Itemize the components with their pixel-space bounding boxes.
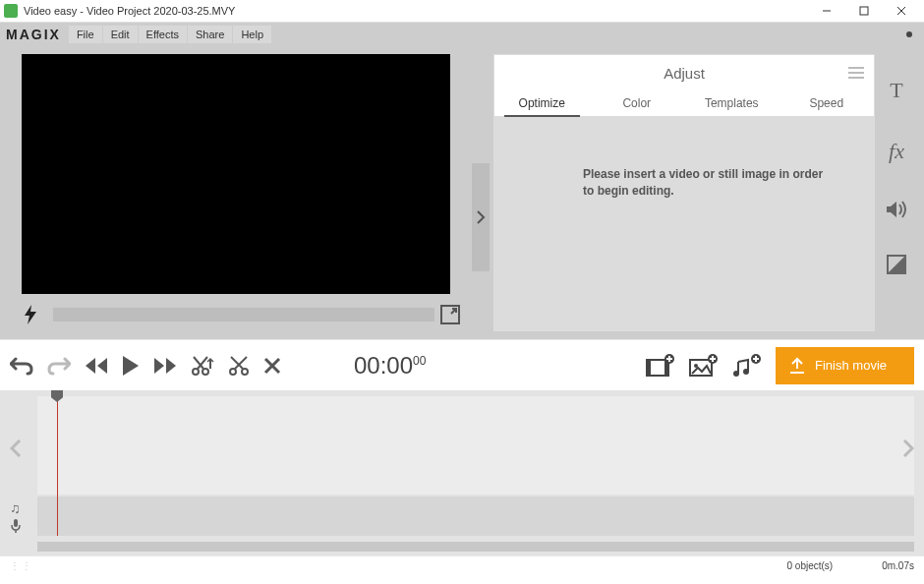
svg-point-9 — [193, 369, 199, 375]
audio-tool-icon[interactable] — [886, 200, 907, 219]
preview-column — [0, 46, 472, 339]
play-button[interactable] — [122, 355, 140, 377]
right-toolbar: T fx — [875, 54, 918, 331]
forward-button[interactable] — [153, 357, 177, 375]
tab-speed[interactable]: Speed — [780, 90, 875, 116]
flash-icon[interactable] — [22, 304, 47, 325]
svg-point-15 — [242, 369, 248, 375]
window-titlebar: Video easy - Video Project 2020-03-25.MV… — [0, 0, 924, 23]
adjust-message: Please insert a video or still image in … — [494, 117, 874, 330]
undo-button[interactable] — [10, 356, 33, 376]
svg-rect-1 — [860, 7, 868, 15]
add-audio-button[interactable] — [732, 354, 762, 378]
status-bar: ⋮⋮ 0 object(s) 0m.07s — [0, 555, 924, 575]
add-video-button[interactable] — [646, 354, 675, 378]
close-button[interactable] — [883, 0, 920, 22]
brand-logo: MAGIX — [6, 27, 61, 42]
adjust-panel: Adjust Optimize Color Templates Speed Pl… — [493, 54, 875, 331]
svg-point-31 — [733, 371, 739, 377]
panel-menu-icon[interactable] — [848, 67, 864, 79]
cut-button[interactable] — [228, 355, 250, 377]
tab-color[interactable]: Color — [590, 90, 685, 116]
maximize-button[interactable] — [845, 0, 883, 22]
status-objects: 0 object(s) — [787, 560, 834, 571]
timecode-display: 00:0000 — [354, 352, 426, 380]
add-image-button[interactable] — [689, 354, 719, 378]
menu-edit[interactable]: Edit — [103, 26, 138, 43]
tab-templates[interactable]: Templates — [684, 90, 780, 116]
finish-movie-button[interactable]: Finish movie — [776, 347, 914, 384]
resize-grip-icon: ⋮⋮ — [10, 560, 33, 571]
window-title: Video easy - Video Project 2020-03-25.MV… — [24, 5, 808, 17]
video-preview[interactable] — [22, 54, 450, 294]
status-duration: 0m.07s — [882, 560, 914, 571]
svg-point-32 — [743, 369, 749, 375]
upper-panel: Adjust Optimize Color Templates Speed Pl… — [0, 46, 924, 339]
minimize-button[interactable] — [808, 0, 845, 22]
menu-share[interactable]: Share — [188, 26, 232, 43]
transport-toolbar: 00:0000 Finish movie — [0, 339, 924, 390]
timeline-next-icon[interactable] — [902, 439, 914, 457]
upload-icon — [789, 357, 805, 375]
delete-button[interactable] — [263, 357, 281, 375]
tab-optimize[interactable]: Optimize — [494, 90, 590, 116]
redo-button[interactable] — [47, 356, 71, 376]
svg-point-14 — [230, 369, 236, 375]
timeline-prev-icon[interactable] — [10, 439, 22, 457]
rewind-button[interactable] — [85, 357, 108, 375]
video-track[interactable] — [37, 396, 914, 495]
music-track-icon[interactable]: ♫ — [10, 500, 21, 516]
app-icon — [4, 4, 18, 18]
svg-rect-21 — [647, 360, 651, 376]
timeline[interactable]: ♫ — [0, 390, 924, 555]
svg-point-10 — [202, 369, 208, 375]
menu-file[interactable]: File — [69, 26, 102, 43]
text-tool-icon[interactable]: T — [890, 78, 902, 103]
status-dot-icon — [906, 31, 912, 37]
menu-bar: MAGIX File Edit Effects Share Help — [0, 23, 924, 46]
playhead[interactable] — [57, 398, 58, 536]
menu-help[interactable]: Help — [233, 26, 271, 43]
finish-label: Finish movie — [815, 358, 887, 373]
adjust-title: Adjust — [664, 65, 705, 82]
mic-track-icon[interactable] — [10, 518, 22, 534]
timeline-scrollbar[interactable] — [37, 542, 914, 552]
cut-start-button[interactable] — [191, 355, 214, 377]
svg-rect-37 — [14, 519, 18, 527]
fullscreen-icon[interactable] — [440, 305, 466, 324]
audio-track[interactable] — [37, 496, 914, 536]
preview-scrollbar[interactable] — [53, 308, 434, 321]
exposure-tool-icon[interactable] — [887, 255, 906, 274]
menu-effects[interactable]: Effects — [139, 26, 187, 43]
effects-tool-icon[interactable]: fx — [889, 139, 904, 164]
panel-expand-button[interactable] — [472, 163, 490, 271]
